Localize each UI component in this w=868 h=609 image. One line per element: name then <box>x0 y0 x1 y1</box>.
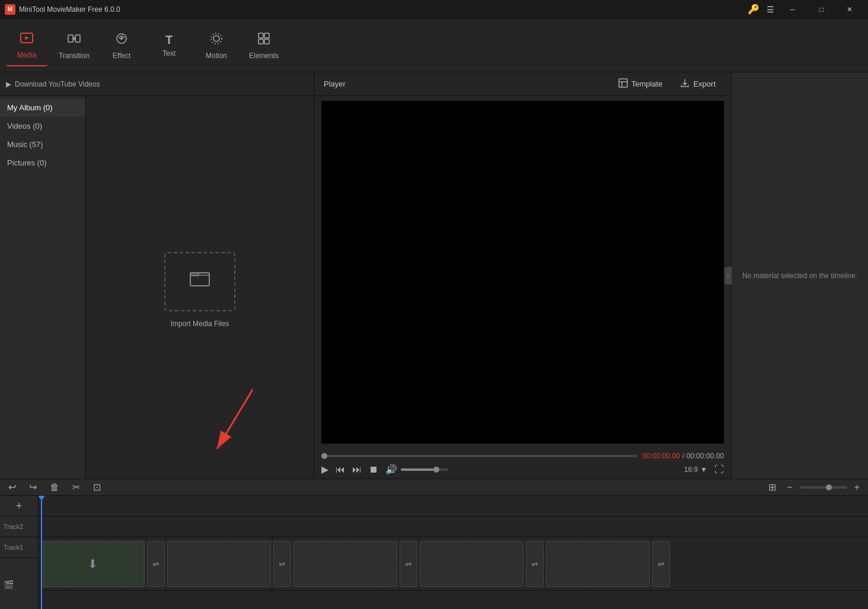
delete-button[interactable]: 🗑 <box>46 480 63 495</box>
svg-point-5 <box>213 36 219 42</box>
timeline-toolbar: ↩ ↪ 🗑 ✂ ⊡ ⊞ − + <box>0 479 868 496</box>
right-panel: › No material selected on the timeline. <box>732 72 868 479</box>
volume-icon[interactable]: 🔊 <box>385 464 397 475</box>
zoom-slider[interactable] <box>800 486 847 489</box>
volume-fill <box>401 468 434 471</box>
sidebar-item-pictures[interactable]: Pictures (0) <box>0 154 85 172</box>
player-title: Player <box>324 79 346 88</box>
next-frame-button[interactable]: ⏭ <box>352 464 362 475</box>
aspect-ratio-selector[interactable]: 16:9 ▼ <box>684 465 707 474</box>
video-segment-2[interactable] <box>293 541 397 587</box>
track1-row <box>39 516 868 537</box>
fullscreen-button[interactable]: ⛶ <box>714 464 724 475</box>
transition-segment-1[interactable]: ⇌ <box>147 541 165 587</box>
svg-rect-12 <box>190 273 199 276</box>
redo-button[interactable]: ↪ <box>25 479 40 495</box>
svg-point-6 <box>211 33 222 44</box>
toolbar-elements[interactable]: Elements <box>243 25 285 66</box>
playhead <box>41 496 42 609</box>
export-button[interactable]: Export <box>674 76 722 92</box>
import-segment[interactable]: ⬇ <box>41 541 145 587</box>
toolbar-motion[interactable]: Motion <box>196 25 237 66</box>
close-button[interactable]: ✕ <box>836 0 863 19</box>
key-icon[interactable]: 🔑 <box>748 4 760 15</box>
transition-segment-3[interactable]: ⇌ <box>400 541 417 587</box>
svg-rect-15 <box>619 79 627 87</box>
zoom-out-button[interactable]: − <box>783 480 796 495</box>
no-material-message: No material selected on the timeline. <box>733 262 867 289</box>
toolbar-transition[interactable]: Transition <box>53 25 95 66</box>
video-track-label: 🎬 <box>0 558 38 609</box>
toolbar: Media Transition Effect T Text <box>0 19 868 72</box>
timeline-zoom: ⊞ − + <box>765 479 863 495</box>
sidebar-item-videos[interactable]: Videos (0) <box>0 117 85 135</box>
play-button[interactable]: ▶ <box>321 464 328 475</box>
toolbar-effect[interactable]: Effect <box>101 25 142 66</box>
sidebar-item-music[interactable]: Music (57) <box>0 135 85 154</box>
prev-frame-button[interactable]: ⏮ <box>336 464 345 475</box>
cut-button[interactable]: ✂ <box>69 479 84 495</box>
motion-icon <box>209 31 224 49</box>
playhead-line <box>41 500 42 609</box>
sidebar-item-album[interactable]: My Album (0) <box>0 98 85 117</box>
transition-icon-4: ⇌ <box>531 559 538 569</box>
transition-segment-5[interactable]: ⇌ <box>652 541 670 587</box>
player-video <box>321 101 724 444</box>
transition-icon-1: ⇌ <box>152 559 159 569</box>
folder-icon <box>189 267 210 293</box>
app-logo: M <box>5 4 15 15</box>
stop-button[interactable]: ⏹ <box>369 464 378 475</box>
transition-icon <box>67 31 81 49</box>
svg-rect-1 <box>68 35 73 42</box>
timeline-tracks: ⬇ ⇌ ⇌ ⇌ ⇌ ⇌ <box>39 496 868 609</box>
video-segment-4[interactable] <box>546 541 650 587</box>
transition-segment-2[interactable]: ⇌ <box>273 541 291 587</box>
video-segment-3[interactable] <box>420 541 524 587</box>
right-panel-toggle[interactable]: › <box>725 267 732 285</box>
toolbar-motion-label: Motion <box>206 52 227 60</box>
elements-icon <box>257 31 271 49</box>
template-button[interactable]: Template <box>612 76 669 92</box>
download-youtube-button[interactable]: ▶ Download YouTube Videos <box>6 80 100 88</box>
minimize-button[interactable]: ─ <box>779 0 806 19</box>
zoom-thumb <box>826 484 832 490</box>
template-label: Template <box>631 79 663 88</box>
add-track-button[interactable]: + <box>0 496 38 516</box>
toolbar-media[interactable]: Media <box>6 25 47 66</box>
svg-rect-9 <box>259 39 263 44</box>
progress-bar[interactable] <box>321 455 638 457</box>
effect-icon <box>114 31 129 49</box>
left-panel-header: ▶ Download YouTube Videos <box>0 72 314 96</box>
maximize-button[interactable]: □ <box>808 0 835 19</box>
video-segment-1[interactable] <box>167 541 271 587</box>
export-icon <box>680 78 690 90</box>
progress-thumb <box>321 453 327 459</box>
download-icon: ▶ <box>6 80 11 88</box>
sidebar-nav: My Album (0) Videos (0) Music (57) Pictu… <box>0 96 86 479</box>
track2-label: Track2 <box>0 516 38 537</box>
zoom-in-button[interactable]: + <box>851 480 863 495</box>
import-arrow <box>211 384 264 461</box>
timeline-content: + Track2 Track1 🎬 ♪ ⬇ <box>0 496 868 609</box>
transition-icon-3: ⇌ <box>405 559 412 569</box>
volume-bar[interactable] <box>401 468 448 471</box>
aspect-ratio-value: 16:9 <box>684 465 698 474</box>
chevron-down-icon: ▼ <box>700 465 707 474</box>
content-area: Import Media Files <box>86 96 314 479</box>
undo-button[interactable]: ↩ <box>5 479 20 495</box>
main-area: ▶ Download YouTube Videos My Album (0) V… <box>0 72 868 479</box>
svg-point-4 <box>120 37 123 40</box>
crop-button[interactable]: ⊡ <box>90 479 104 495</box>
toolbar-text[interactable]: T Text <box>148 25 190 66</box>
import-media-box[interactable] <box>164 252 235 311</box>
volume-container: 🔊 <box>385 464 448 475</box>
svg-rect-10 <box>264 39 269 44</box>
timeline-area: ↩ ↪ 🗑 ✂ ⊡ ⊞ − + + Track2 Track1 🎬 ♪ <box>0 479 868 609</box>
toolbar-media-label: Media <box>17 51 37 59</box>
menu-icon[interactable]: ☰ <box>767 5 774 14</box>
transition-icon-2: ⇌ <box>279 559 286 569</box>
download-label: Download YouTube Videos <box>15 80 100 88</box>
import-label: Import Media Files <box>171 319 229 327</box>
player-controls: 00:00:00.00 / 00:00:00.00 ▶ ⏮ ⏭ ⏹ 🔊 16: <box>314 448 731 479</box>
transition-segment-4[interactable]: ⇌ <box>526 541 544 587</box>
